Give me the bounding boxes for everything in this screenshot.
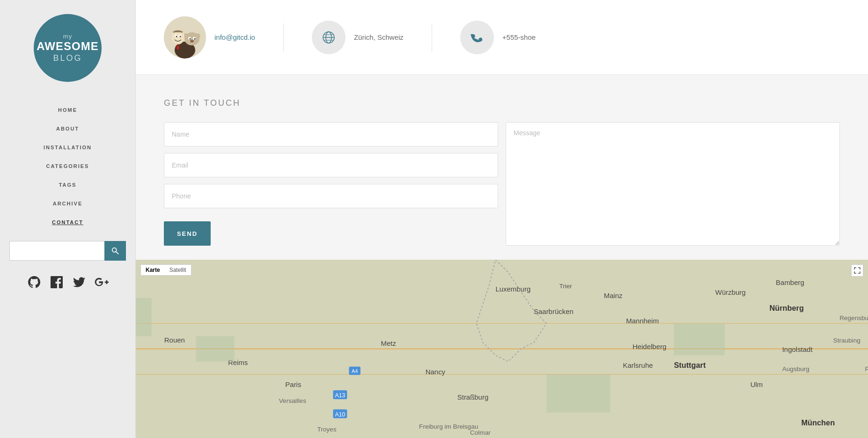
map-svg: Rouen Reims Paris Versailles Troyes Metz… (136, 260, 868, 438)
expand-icon (854, 267, 861, 274)
email-link[interactable]: info@gitcd.io (214, 33, 255, 41)
googleplus-icon (95, 275, 109, 289)
svg-text:Passau: Passau (865, 365, 868, 372)
logo[interactable]: my AWESOME BLOG (34, 14, 102, 82)
sidebar: my AWESOME BLOG HOME ABOUT INSTALLATION … (0, 0, 136, 438)
form-right-col (506, 122, 840, 246)
svg-text:Rouen: Rouen (164, 336, 185, 344)
section-title: GET IN TOUCH (164, 98, 840, 108)
github-icon (28, 276, 40, 288)
svg-text:Stuttgart: Stuttgart (674, 361, 706, 369)
send-button[interactable]: SEND (164, 221, 211, 246)
contact-phone-item: +555-shoe (460, 21, 536, 54)
main-nav: HOME ABOUT INSTALLATION CATEGORIES TAGS … (0, 101, 135, 232)
googleplus-link[interactable] (93, 274, 110, 291)
svg-text:Versailles: Versailles (279, 397, 306, 404)
svg-text:A10: A10 (335, 411, 345, 418)
header-bar: info@gitcd.io Zürich, Schweiz (136, 0, 868, 75)
search-input[interactable] (9, 241, 104, 261)
svg-text:Bamberg: Bamberg (776, 278, 804, 286)
svg-text:Nancy: Nancy (426, 368, 446, 376)
github-link[interactable] (26, 274, 43, 291)
search-row (9, 241, 126, 261)
svg-point-10 (194, 38, 196, 39)
svg-text:Straßburg: Straßburg (457, 393, 489, 401)
svg-line-1 (116, 252, 118, 254)
search-icon (111, 247, 119, 255)
contact-email-item: info@gitcd.io (164, 16, 255, 58)
avatar (164, 16, 206, 58)
social-links (26, 274, 110, 291)
svg-text:Luxemburg: Luxemburg (495, 285, 530, 293)
svg-rect-70 (546, 374, 610, 413)
location-icon-circle (312, 21, 346, 54)
globe-icon (322, 30, 336, 44)
svg-text:Nürnberg: Nürnberg (770, 304, 804, 312)
phone-text: +555-shoe (502, 33, 536, 41)
svg-text:Troyes: Troyes (317, 426, 336, 433)
map-karte-btn[interactable]: Karte (141, 265, 165, 275)
phone-input[interactable] (164, 184, 498, 208)
svg-text:Ulm: Ulm (750, 380, 763, 388)
nav-contact[interactable]: CONTACT (0, 213, 135, 232)
nav-about[interactable]: ABOUT (0, 119, 135, 138)
nav-categories[interactable]: CATEGORIES (0, 157, 135, 175)
svg-text:Trier: Trier (559, 283, 572, 290)
svg-rect-69 (196, 336, 235, 361)
logo-blog: BLOG (53, 53, 82, 63)
svg-text:Mainz: Mainz (604, 292, 623, 299)
svg-text:A4: A4 (352, 368, 358, 374)
main-content: info@gitcd.io Zürich, Schweiz (136, 0, 868, 438)
divider-2 (432, 23, 432, 51)
svg-text:Metz: Metz (381, 339, 396, 347)
svg-text:Paris: Paris (285, 380, 301, 388)
map-area: Karte Satellit Rouen Reims Paris (136, 260, 868, 438)
svg-text:Ingolstadt: Ingolstadt (782, 345, 813, 353)
svg-text:Freiburg im Breisgau: Freiburg im Breisgau (419, 423, 478, 430)
nav-archive[interactable]: ARCHIVE (0, 194, 135, 213)
divider-1 (283, 23, 284, 51)
map-expand-button[interactable] (851, 264, 863, 277)
svg-point-16 (180, 36, 181, 37)
svg-text:München: München (802, 418, 835, 427)
logo-my: my (63, 33, 72, 40)
svg-text:Regensburg: Regensburg (839, 314, 868, 321)
svg-text:Straubing: Straubing (833, 337, 861, 344)
svg-text:Colmar: Colmar (470, 429, 491, 436)
svg-text:Saarbrücken: Saarbrücken (534, 307, 574, 315)
svg-text:Augsburg: Augsburg (782, 365, 809, 372)
map-controls: Karte Satellit (140, 264, 191, 276)
map-satellit-btn[interactable]: Satellit (165, 265, 191, 275)
facebook-link[interactable] (48, 274, 65, 291)
form-left-col: SEND (164, 122, 498, 246)
logo-awesome: AWESOME (37, 40, 98, 53)
twitter-icon (73, 276, 85, 288)
svg-point-0 (112, 248, 117, 252)
nav-home[interactable]: HOME (0, 101, 135, 119)
email-input[interactable] (164, 153, 498, 177)
contact-section: GET IN TOUCH SEND (136, 75, 868, 246)
svg-text:Mannheim: Mannheim (626, 317, 659, 325)
name-input[interactable] (164, 122, 498, 146)
svg-rect-71 (674, 323, 725, 355)
facebook-icon (51, 276, 63, 288)
svg-text:Heidelberg: Heidelberg (633, 343, 666, 350)
svg-point-11 (190, 40, 194, 43)
nav-installation[interactable]: INSTALLATION (0, 138, 135, 157)
contact-location-item: Zürich, Schweiz (312, 21, 404, 54)
location-text: Zürich, Schweiz (354, 33, 404, 41)
svg-rect-68 (136, 298, 152, 336)
phone-icon-circle (460, 21, 494, 54)
svg-text:A13: A13 (335, 392, 345, 399)
contact-form: SEND (164, 122, 840, 246)
phone-icon (470, 30, 484, 44)
svg-point-15 (176, 36, 177, 37)
avatar-image (164, 16, 206, 58)
svg-text:Würzburg: Würzburg (715, 288, 746, 296)
message-textarea[interactable] (506, 122, 840, 246)
svg-text:Karlsruhe: Karlsruhe (623, 361, 653, 369)
twitter-link[interactable] (71, 274, 88, 291)
search-button[interactable] (104, 241, 126, 261)
nav-tags[interactable]: TAGS (0, 175, 135, 194)
svg-point-9 (190, 38, 191, 39)
